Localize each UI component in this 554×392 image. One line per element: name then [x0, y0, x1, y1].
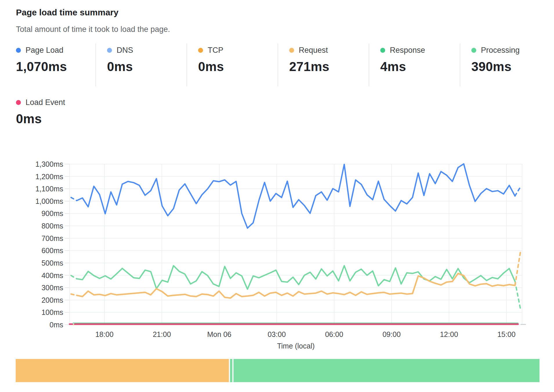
x-tick-label: 12:00: [440, 330, 458, 338]
x-tick-label: 06:00: [325, 330, 343, 338]
y-tick-label: 400ms: [41, 271, 63, 280]
y-tick-label: 600ms: [41, 246, 63, 255]
processing-line: [77, 266, 515, 289]
bar-segment-request-portion: [16, 359, 229, 382]
y-tick-label: 200ms: [41, 296, 63, 304]
page-load-line: [77, 164, 515, 228]
request-line: [77, 273, 515, 298]
x-tick-label: 09:00: [383, 330, 401, 338]
x-tick-label: 21:00: [153, 330, 171, 338]
y-tick-label: 1,100ms: [35, 185, 63, 193]
y-tick-label: 700ms: [41, 234, 63, 242]
y-tick-label: 300ms: [41, 284, 63, 292]
x-tick-label: 18:00: [95, 330, 114, 338]
y-tick-label: 1,300ms: [35, 160, 63, 168]
request-line-dashed-start: [71, 294, 77, 295]
y-tick-label: 800ms: [41, 222, 63, 230]
y-tick-label: 900ms: [41, 209, 63, 217]
bar-segment-processing-portion: [233, 359, 539, 382]
y-tick-label: 1,000ms: [35, 197, 63, 205]
load-time-line-chart: 0ms100ms200ms300ms400ms500ms600ms700ms80…: [0, 0, 554, 392]
x-tick-label: Mon 06: [207, 330, 231, 338]
timing-breakdown-bar: [16, 359, 539, 382]
x-axis-title: Time (local): [277, 342, 315, 350]
y-tick-label: 0ms: [50, 321, 63, 329]
x-tick-label: 15:00: [497, 330, 516, 338]
processing-line-dashed-start: [71, 275, 77, 279]
processing-line-dashed-end: [515, 281, 521, 310]
page-load-line-dashed-end: [515, 187, 521, 196]
page-load-line-dashed-start: [71, 197, 77, 201]
page-load-summary-panel: Page load time summary Total amount of t…: [0, 0, 554, 392]
x-tick-label: 03:00: [268, 330, 286, 338]
y-tick-label: 1,200ms: [35, 173, 63, 181]
y-tick-label: 100ms: [41, 308, 63, 316]
bar-segment-processing-sliver: [230, 359, 232, 382]
request-line-dashed-end: [515, 251, 521, 285]
y-tick-label: 500ms: [41, 259, 63, 267]
